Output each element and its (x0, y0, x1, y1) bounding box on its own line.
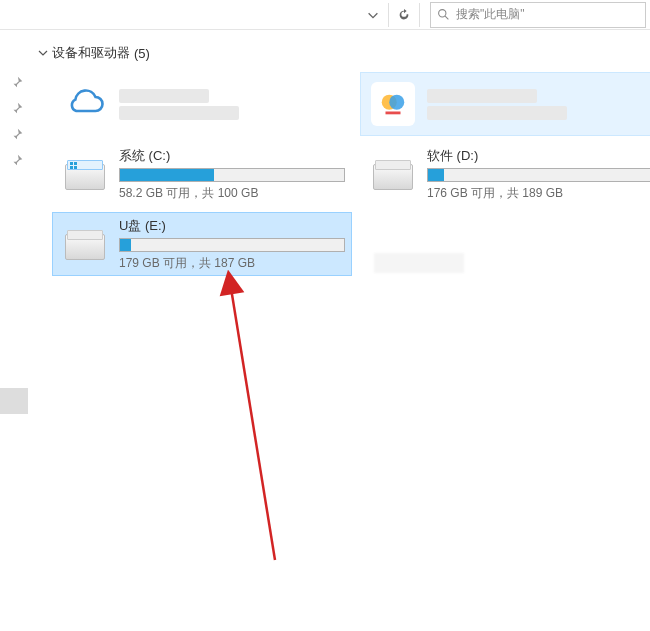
usage-bar (119, 168, 345, 182)
blurred-region (374, 253, 464, 273)
drive-info: U盘 (E:) 179 GB 可用，共 187 GB (119, 217, 345, 272)
search-input[interactable]: 搜索"此电脑" (430, 2, 646, 28)
drive-item-cloud[interactable] (52, 72, 352, 136)
section-header[interactable]: 设备和驱动器 (5) (0, 30, 650, 72)
usage-bar (427, 168, 650, 182)
drive-info (427, 89, 650, 120)
quick-access-pins (0, 75, 34, 167)
search-placeholder: 搜索"此电脑" (456, 6, 525, 23)
blurred-label (119, 89, 209, 103)
pin-icon (10, 101, 24, 115)
svg-rect-4 (386, 112, 401, 115)
drive-info: 系统 (C:) 58.2 GB 可用，共 100 GB (119, 147, 345, 202)
app-icon (367, 78, 419, 130)
drive-item-c[interactable]: 系统 (C:) 58.2 GB 可用，共 100 GB (52, 142, 352, 206)
blurred-status (119, 106, 239, 120)
annotation-arrow (200, 270, 310, 570)
separator (419, 3, 420, 27)
usage-bar-fill (120, 239, 131, 251)
section-count: (5) (134, 46, 150, 61)
svg-point-3 (389, 95, 404, 110)
usage-bar-fill (120, 169, 214, 181)
usage-bar (119, 238, 345, 252)
blurred-label (427, 89, 537, 103)
drive-item-d[interactable]: 软件 (D:) 176 GB 可用，共 189 GB (360, 142, 650, 206)
drive-item-e[interactable]: U盘 (E:) 179 GB 可用，共 187 GB (52, 212, 352, 276)
disk-icon (367, 148, 419, 200)
pin-icon (10, 127, 24, 141)
disk-icon (59, 218, 111, 270)
drive-status: 58.2 GB 可用，共 100 GB (119, 185, 345, 202)
cloud-icon (59, 78, 111, 130)
drive-info (119, 89, 345, 120)
search-icon (437, 8, 450, 21)
drives-grid: 系统 (C:) 58.2 GB 可用，共 100 GB 软件 (D:) 176 … (0, 72, 650, 276)
refresh-button[interactable] (391, 2, 417, 28)
chevron-down-icon (366, 8, 380, 22)
blurred-status (427, 106, 567, 120)
svg-line-5 (230, 282, 275, 560)
disk-icon (59, 148, 111, 200)
pin-icon (10, 153, 24, 167)
drive-status: 176 GB 可用，共 189 GB (427, 185, 650, 202)
svg-line-1 (445, 16, 448, 19)
drive-status: 179 GB 可用，共 187 GB (119, 255, 345, 272)
chevron-down-icon (38, 48, 48, 58)
svg-point-0 (439, 10, 446, 17)
drive-item-app[interactable] (360, 72, 650, 136)
section-title: 设备和驱动器 (52, 44, 130, 62)
drive-label: 系统 (C:) (119, 147, 345, 165)
separator (388, 3, 389, 27)
drive-info: 软件 (D:) 176 GB 可用，共 189 GB (427, 147, 650, 202)
pin-icon (10, 75, 24, 89)
refresh-icon (397, 8, 411, 22)
dropdown-button[interactable] (360, 2, 386, 28)
drive-label: 软件 (D:) (427, 147, 650, 165)
drive-label: U盘 (E:) (119, 217, 345, 235)
sidebar-item-stub (0, 388, 28, 414)
usage-bar-fill (428, 169, 444, 181)
toolbar: 搜索"此电脑" (0, 0, 650, 30)
